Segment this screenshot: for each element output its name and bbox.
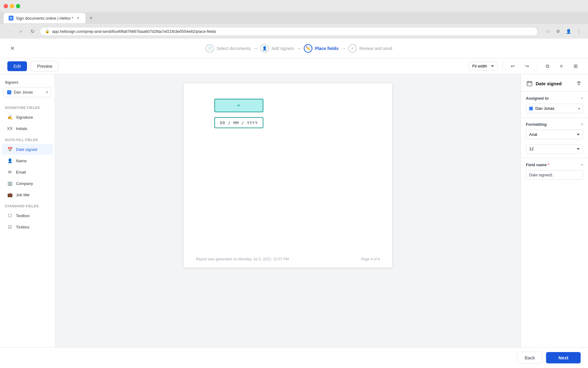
page-container: ✏ DD / MM / YYYY Report was generated on…: [184, 83, 392, 267]
sidebar-item-initials[interactable]: XX Initials: [2, 123, 53, 134]
date-field-text: DD / MM / YYYY: [220, 121, 258, 125]
signers-section-title: Signers: [0, 80, 55, 85]
date-signed-field[interactable]: DD / MM / YYYY: [214, 117, 263, 128]
page-footer: Report was generated on Monday, Jul 5, 2…: [196, 257, 380, 261]
reload-button[interactable]: ↻: [28, 27, 37, 36]
signer-selector[interactable]: Dan Jonas ▾: [4, 87, 51, 97]
sidebar-item-date-signed[interactable]: 📅 Date signed: [2, 144, 53, 155]
close-button[interactable]: ✕: [7, 44, 17, 53]
preview-button[interactable]: Preview: [31, 61, 59, 71]
font-size-select-wrapper[interactable]: 8 9 10 11 12 14 16 18: [526, 142, 583, 154]
bottom-bar: Back Next: [0, 347, 588, 368]
signature-edit-icon: ✏: [237, 103, 241, 108]
signer-chevron-icon: ▾: [46, 90, 48, 94]
extensions-button[interactable]: ⚙: [554, 27, 562, 36]
undo-button[interactable]: ↩: [507, 61, 518, 71]
date-signed-icon: 📅: [7, 146, 13, 152]
grid-button[interactable]: ⊞: [570, 61, 581, 71]
assigned-to-select[interactable]: Dan Jonas: [526, 104, 583, 113]
step-select-documents-icon: 📄: [205, 44, 214, 53]
tickbox-icon: ☑: [7, 224, 13, 230]
assigned-signer-name: Dan Jonas: [535, 106, 554, 111]
formatting-chevron: ▾: [581, 122, 583, 126]
redo-button[interactable]: ↪: [522, 61, 532, 71]
document-area[interactable]: ✏ DD / MM / YYYY Report was generated on…: [55, 74, 521, 347]
back-button[interactable]: Back: [517, 352, 542, 364]
assigned-to-select-wrapper[interactable]: Dan Jonas ▾: [526, 104, 583, 113]
tab-bar: H Sign documents online | Hellos * ✕ +: [0, 12, 588, 24]
step-place-fields-label: Place fields: [315, 46, 338, 51]
bookmarks-button[interactable]: ☆: [543, 27, 552, 36]
sidebar-item-email[interactable]: ✉ Email: [2, 167, 53, 178]
align-button[interactable]: ≡: [556, 61, 567, 71]
field-name-input[interactable]: [526, 170, 583, 180]
standard-fields-title: Standard fields: [0, 201, 55, 210]
textbox-icon: ☐: [7, 213, 13, 219]
assigned-signer-color: [529, 107, 533, 110]
right-panel-title: Date signed: [526, 80, 562, 87]
sidebar-item-email-label: Email: [16, 170, 26, 174]
initials-icon: XX: [7, 125, 13, 132]
sidebar-item-company[interactable]: 🏢 Company: [2, 178, 53, 189]
top-nav: ✕ 📄 Select documents → 👤 Add signers → ✏…: [0, 39, 588, 58]
step-review-and-send[interactable]: ✓ Review and send: [348, 44, 392, 53]
delete-field-button[interactable]: [575, 79, 583, 88]
maximize-window-button[interactable]: [16, 4, 20, 8]
right-panel-header: Date signed: [521, 74, 588, 92]
url-bar[interactable]: 🔒 app.hellosign.com/prep-and-send/6ce6ff…: [40, 27, 538, 36]
sidebar-item-date-signed-label: Date signed: [16, 147, 37, 152]
step-place-fields-icon: ✏️: [304, 44, 312, 53]
svg-rect-0: [527, 82, 532, 86]
sidebar-item-name-label: Name: [16, 159, 27, 163]
step-review-label: Review and send: [359, 46, 392, 51]
step-arrow-1: →: [253, 46, 258, 51]
back-nav-button[interactable]: ‹: [5, 27, 13, 36]
step-select-documents-label: Select documents: [217, 46, 251, 51]
tab-close-button[interactable]: ✕: [76, 16, 81, 21]
tab-title: Sign documents online | Hellos *: [16, 16, 73, 21]
signature-field[interactable]: ✏: [214, 99, 263, 112]
step-select-documents[interactable]: 📄 Select documents: [205, 44, 251, 53]
step-add-signers-icon: 👤: [260, 44, 269, 53]
minimize-window-button[interactable]: [10, 4, 14, 8]
step-add-signers[interactable]: 👤 Add signers: [260, 44, 294, 53]
right-panel: Date signed Assigned to ▾ Dan Jon: [521, 74, 588, 347]
sidebar-item-job-title[interactable]: 💼 Job title: [2, 189, 53, 200]
step-place-fields[interactable]: ✏️ Place fields: [304, 44, 338, 53]
close-window-button[interactable]: [4, 4, 8, 8]
font-size-select[interactable]: 8 9 10 11 12 14 16 18: [526, 144, 583, 154]
toolbar: Edit Preview Fit width ↩ ↪ ⧉ ≡ ⊞: [0, 58, 588, 74]
active-tab[interactable]: H Sign documents online | Hellos * ✕: [4, 13, 85, 23]
sidebar-item-tickbox-label: Tickbox: [16, 225, 29, 229]
font-family-select-wrapper[interactable]: Arial Times New Roman Courier Georgia Ve…: [526, 130, 583, 139]
forward-nav-button[interactable]: ›: [17, 27, 25, 36]
sidebar-item-name[interactable]: 👤 Name: [2, 155, 53, 166]
sidebar-item-textbox[interactable]: ☐ Textbox: [2, 210, 53, 221]
sidebar-item-initials-label: Initials: [16, 126, 27, 131]
assigned-to-section: Assigned to ▾ Dan Jonas ▾: [521, 92, 588, 118]
font-family-select[interactable]: Arial Times New Roman Courier Georgia Ve…: [526, 130, 583, 139]
sidebar-item-tickbox[interactable]: ☑ Tickbox: [2, 221, 53, 232]
assigned-to-header: Assigned to ▾: [526, 96, 583, 101]
main-content: Signers Dan Jonas ▾ Signature fields ✍ S…: [0, 74, 588, 347]
job-title-icon: 💼: [7, 192, 13, 198]
sidebar-item-textbox-label: Textbox: [16, 213, 30, 218]
step-add-signers-label: Add signers: [271, 46, 294, 51]
name-icon: 👤: [7, 158, 13, 164]
edit-button[interactable]: Edit: [7, 61, 27, 71]
toolbar-divider-2: [537, 62, 537, 71]
field-name-section: Field name * ▾: [521, 158, 588, 184]
formatting-title: Formatting: [526, 122, 547, 127]
next-button[interactable]: Next: [546, 352, 581, 363]
signature-icon: ✍: [7, 114, 13, 120]
profile-button[interactable]: 👤: [564, 27, 573, 36]
new-tab-button[interactable]: +: [87, 14, 95, 22]
sidebar-item-signature-label: Signature: [16, 115, 33, 120]
menu-button[interactable]: ⋮: [575, 27, 583, 36]
step-arrow-3: →: [341, 46, 346, 51]
sidebar-item-signature[interactable]: ✍ Signature: [2, 112, 53, 123]
fit-width-select[interactable]: Fit width: [468, 62, 497, 71]
signer-color-indicator: [7, 90, 11, 94]
sidebar-item-company-label: Company: [16, 181, 33, 186]
copy-button[interactable]: ⧉: [542, 61, 552, 71]
